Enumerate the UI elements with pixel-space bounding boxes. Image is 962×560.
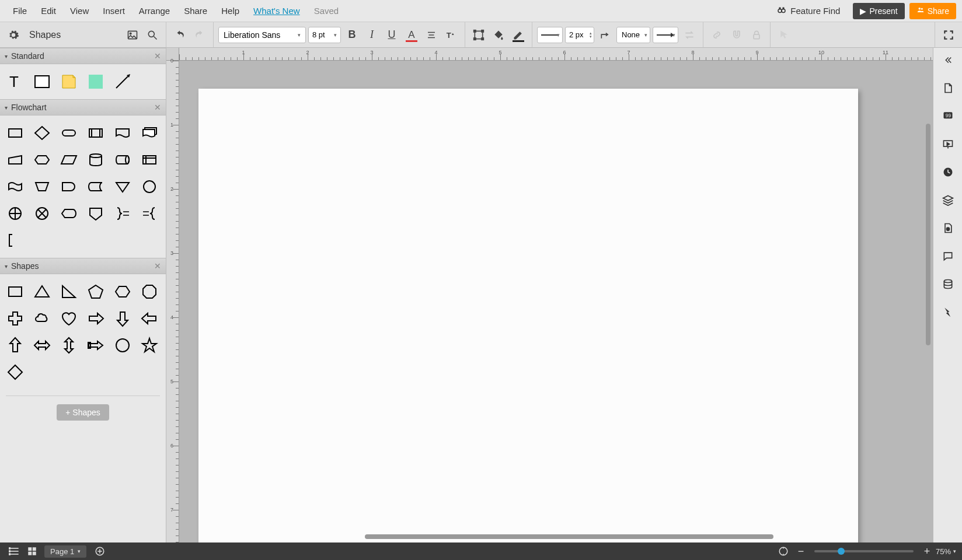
shape-connector[interactable]	[138, 175, 161, 198]
shape-paper-tape[interactable]	[4, 175, 27, 198]
shape-arrow-left[interactable]	[138, 307, 161, 330]
shape-multidoc[interactable]	[138, 121, 161, 145]
shape-document[interactable]	[111, 121, 134, 145]
shape-predefined[interactable]	[84, 121, 107, 145]
arrow-end-select[interactable]	[653, 27, 678, 43]
swap-arrows-button[interactable]	[681, 26, 698, 44]
category-standard[interactable]: Standard ✕	[0, 48, 166, 64]
master-panel-icon[interactable]	[939, 219, 957, 237]
font-color-button[interactable]: A	[403, 26, 420, 44]
grid-view-icon[interactable]	[23, 544, 41, 558]
undo-button[interactable]	[171, 26, 189, 44]
shape-star[interactable]	[138, 334, 161, 357]
shape-arrow-right[interactable]	[84, 307, 107, 330]
scrollbar-vertical[interactable]	[926, 124, 930, 345]
close-icon[interactable]: ✕	[154, 51, 161, 61]
shape-terminator[interactable]	[57, 121, 81, 145]
feature-find-button[interactable]: Feature Find	[768, 1, 848, 20]
data-panel-icon[interactable]	[939, 275, 957, 293]
shape-decision[interactable]	[30, 121, 54, 145]
shape-sum-junction[interactable]	[30, 202, 54, 225]
layers-panel-icon[interactable]	[939, 191, 957, 209]
shape-double-arrow-v[interactable]	[57, 334, 81, 357]
menu-share[interactable]: Share	[177, 2, 214, 19]
canvas-page[interactable]	[198, 89, 858, 542]
shape-hexagon[interactable]	[111, 280, 134, 303]
shape-line[interactable]	[111, 70, 134, 93]
shape-triangle[interactable]	[30, 280, 54, 303]
underline-button[interactable]: U	[383, 26, 400, 44]
zoom-slider-thumb[interactable]	[838, 548, 845, 555]
line-width-input[interactable]: 2 px ▴▾	[565, 27, 594, 43]
shape-outline-button[interactable]	[470, 26, 487, 44]
canvas-area[interactable]: 1234567891011 01234567	[166, 48, 933, 542]
chat-panel-icon[interactable]	[939, 247, 957, 265]
zoom-out-button[interactable]: −	[792, 544, 810, 558]
shape-delay[interactable]	[57, 175, 81, 198]
shape-preparation[interactable]	[30, 148, 54, 172]
scrollbar-horizontal[interactable]	[365, 534, 773, 539]
shape-text[interactable]: T	[4, 70, 27, 93]
menu-insert[interactable]: Insert	[96, 2, 132, 19]
shape-circle[interactable]	[111, 334, 134, 357]
zoom-slider[interactable]	[814, 550, 914, 552]
menu-arrange[interactable]: Arrange	[132, 2, 177, 19]
text-style-button[interactable]: T▴	[442, 26, 460, 44]
image-icon[interactable]	[124, 26, 141, 44]
document-panel-icon[interactable]	[939, 79, 957, 97]
shape-brace-note-right[interactable]	[111, 202, 134, 225]
shape-rectangle[interactable]	[30, 70, 54, 93]
menu-file[interactable]: File	[6, 2, 34, 19]
shape-cloud[interactable]	[30, 307, 54, 330]
shape-process[interactable]	[4, 121, 27, 145]
shape-display[interactable]	[57, 202, 81, 225]
shape-manual-op[interactable]	[30, 175, 54, 198]
share-button[interactable]: Share	[909, 3, 956, 19]
menu-view[interactable]: View	[63, 2, 96, 19]
shape-data[interactable]	[57, 148, 81, 172]
actions-panel-icon[interactable]	[939, 303, 957, 321]
shape-right-triangle[interactable]	[57, 280, 81, 303]
whats-new-link[interactable]: What's New	[246, 2, 307, 19]
shape-direct-data[interactable]	[111, 148, 134, 172]
shape-square[interactable]	[4, 280, 27, 303]
fullscreen-icon[interactable]	[940, 26, 957, 44]
shape-arrow-up[interactable]	[4, 334, 27, 357]
arrow-start-select[interactable]: None	[616, 27, 650, 43]
shape-heart[interactable]	[57, 307, 81, 330]
shape-note-bracket[interactable]	[4, 229, 27, 252]
line-color-button[interactable]	[510, 26, 527, 44]
shape-diamond[interactable]	[4, 360, 27, 384]
shape-callout-arrow[interactable]	[84, 334, 107, 357]
shape-merge[interactable]	[111, 175, 134, 198]
link-icon[interactable]	[708, 26, 726, 44]
category-shapes[interactable]: Shapes ✕	[0, 258, 166, 274]
zoom-value[interactable]: 75% ▾	[936, 547, 956, 556]
shape-hotspot[interactable]	[84, 70, 107, 93]
zoom-fit-icon[interactable]	[775, 544, 792, 558]
add-page-button[interactable]	[91, 544, 109, 558]
bold-button[interactable]: B	[343, 26, 361, 44]
close-icon[interactable]: ✕	[154, 103, 161, 112]
magnet-icon[interactable]	[728, 26, 745, 44]
font-size-select[interactable]: 8 pt ▾	[308, 27, 341, 43]
outline-view-icon[interactable]	[6, 544, 23, 558]
cursor-tool-icon[interactable]	[775, 26, 793, 44]
shape-database[interactable]	[84, 148, 107, 172]
shape-note[interactable]	[57, 70, 81, 93]
category-flowchart[interactable]: Flowchart ✕	[0, 99, 166, 116]
page-tab[interactable]: Page 1 ▾	[44, 545, 86, 558]
present-button[interactable]: ▶ Present	[853, 3, 904, 19]
redo-button[interactable]	[191, 26, 208, 44]
shape-cross[interactable]	[4, 307, 27, 330]
shape-or[interactable]	[4, 202, 27, 225]
zoom-in-button[interactable]: +	[918, 544, 936, 558]
comments-panel-icon[interactable]: 99	[939, 107, 957, 125]
collapse-dock-icon[interactable]	[939, 51, 957, 69]
shape-arrow-down[interactable]	[111, 307, 134, 330]
line-connector-button[interactable]	[597, 26, 614, 44]
present-panel-icon[interactable]	[939, 135, 957, 153]
add-shapes-button[interactable]: + Shapes	[57, 404, 109, 421]
shape-brace-note-left[interactable]	[138, 202, 161, 225]
line-style-select[interactable]	[537, 27, 563, 43]
